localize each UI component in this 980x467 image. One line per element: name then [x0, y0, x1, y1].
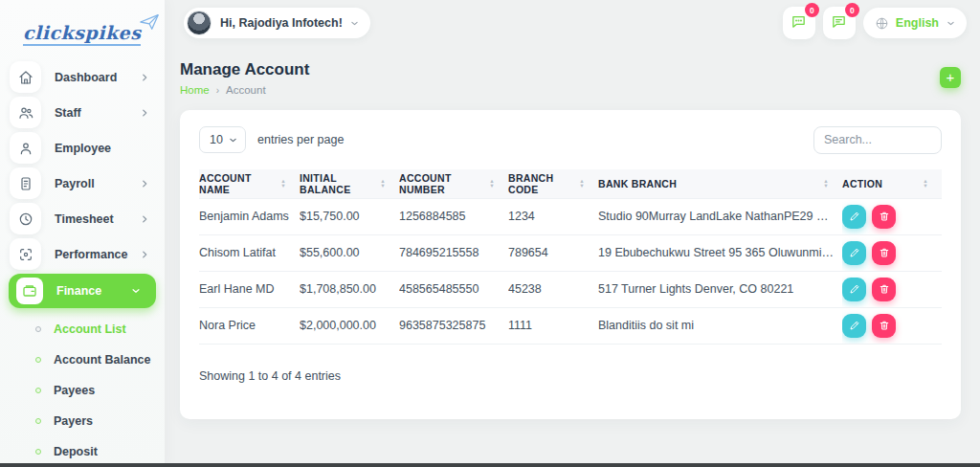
sidebar-item-staff[interactable]: Staff — [0, 95, 165, 130]
sidebar-item-timesheet[interactable]: Timesheet — [0, 201, 165, 236]
document-icon — [10, 167, 41, 199]
sidebar-item-label: Employee — [55, 142, 111, 155]
cell-account-number: 1256884585 — [399, 198, 508, 234]
cell-account-number: 784695215558 — [399, 234, 508, 271]
wallet-icon — [16, 278, 43, 304]
column-header-account-number[interactable]: ACCOUNT NUMBER — [399, 169, 508, 198]
breadcrumb-home-link[interactable]: Home — [180, 84, 210, 96]
chevron-down-icon — [350, 19, 359, 28]
finance-submenu: Account List Account Balance Payees Paye… — [0, 314, 165, 467]
cell-bank-branch: Blanditiis do sit mi — [598, 307, 842, 344]
sidebar-subitem-payers[interactable]: Payers — [0, 406, 165, 436]
cell-bank-branch: 19 Ebubechukwu Street 95 365 OluwunmiVil… — [598, 234, 842, 271]
column-header-action[interactable]: ACTION — [842, 169, 942, 198]
sidebar-item-payroll[interactable]: Payroll — [0, 166, 165, 201]
chevron-right-icon — [140, 250, 149, 259]
breadcrumb: Home › Account — [180, 84, 266, 96]
cell-branch-code: 1111 — [508, 307, 598, 344]
chat-lines-icon — [831, 13, 847, 33]
table-footer-status: Showing 1 to 4 of 4 entries — [180, 345, 961, 408]
cell-initial-balance: $55,600.00 — [300, 234, 399, 271]
bullet-icon — [35, 326, 41, 332]
sidebar-subitem-label: Account List — [54, 322, 126, 336]
brand-logo[interactable]: clickspikes — [23, 11, 162, 46]
column-header-branch-code[interactable]: BRANCH CODE — [508, 169, 598, 198]
table-row: Benjamin Adams $15,750.00 1256884585 123… — [199, 198, 942, 234]
sidebar-subitem-account-balance[interactable]: Account Balance — [0, 345, 165, 375]
cell-initial-balance: $2,000,000.00 — [300, 307, 399, 344]
sidebar-item-finance[interactable]: Finance — [9, 274, 156, 308]
cell-branch-code: 45238 — [508, 271, 598, 307]
messages-button[interactable]: 0 — [783, 7, 815, 39]
add-account-button[interactable]: + — [940, 67, 961, 88]
delete-button[interactable] — [872, 314, 896, 338]
sort-icon — [923, 179, 928, 188]
column-header-bank-branch[interactable]: BANK BRANCH — [598, 169, 842, 198]
entries-select-value: 10 — [210, 133, 223, 146]
chevron-right-icon — [140, 179, 149, 189]
language-selector[interactable]: English — [863, 8, 967, 38]
sidebar-item-label: Timesheet — [55, 212, 114, 226]
edit-button[interactable] — [842, 278, 866, 301]
sidebar-item-performance[interactable]: Performance — [0, 236, 165, 272]
user-menu[interactable]: Hi, Rajodiya Infotech! — [184, 8, 370, 38]
user-greeting: Hi, Rajodiya Infotech! — [220, 16, 343, 30]
sort-icon — [489, 179, 495, 188]
cell-bank-branch: 517 Turner Lights Denver, CO 80221 — [598, 271, 842, 307]
cell-account-name: Chisom Latifat — [199, 234, 300, 271]
entries-per-page-select[interactable]: 10 — [199, 126, 246, 153]
notifications-button[interactable]: 0 — [823, 7, 856, 39]
breadcrumb-current: Account — [226, 84, 266, 96]
edit-button[interactable] — [842, 314, 866, 338]
window-bottom-edge — [0, 463, 980, 467]
messages-badge: 0 — [805, 3, 819, 17]
sidebar-item-dashboard[interactable]: Dashboard — [0, 59, 165, 95]
users-icon — [10, 97, 41, 128]
sort-icon — [280, 179, 286, 188]
delete-button[interactable] — [872, 205, 896, 229]
sidebar: clickspikes Dashboard Staff Employee Pay… — [0, 0, 165, 467]
delete-button[interactable] — [872, 241, 896, 265]
cell-account-number: 458565485550 — [399, 271, 508, 307]
cell-account-name: Benjamin Adams — [199, 198, 300, 234]
sidebar-subitem-payees[interactable]: Payees — [0, 375, 165, 406]
edit-button[interactable] — [842, 241, 866, 265]
column-header-initial-balance[interactable]: INITIAL BALANCE — [300, 169, 399, 198]
search-input[interactable] — [813, 126, 942, 154]
sidebar-item-label: Dashboard — [55, 71, 117, 84]
column-header-account-name[interactable]: ACCOUNT NAME — [199, 169, 300, 198]
sidebar-subitem-label: Deposit — [54, 445, 98, 458]
entries-per-page-label: entries per page — [257, 133, 344, 146]
chevron-right-icon — [140, 73, 149, 82]
chevron-down-icon — [131, 286, 141, 296]
accounts-table: ACCOUNT NAME INITIAL BALANCE ACCOUNT NUM… — [199, 169, 942, 345]
sort-icon — [823, 179, 829, 188]
header-actions: 0 0 English — [783, 7, 967, 39]
sort-icon — [579, 179, 585, 188]
paper-plane-icon — [137, 11, 162, 36]
globe-icon — [875, 16, 889, 31]
edit-button[interactable] — [842, 205, 866, 229]
cell-initial-balance: $1,708,850.00 — [300, 271, 399, 307]
bullet-icon — [35, 357, 41, 363]
language-label: English — [896, 16, 939, 30]
brand-name: clickspikes — [23, 22, 141, 46]
sidebar-subitem-label: Payees — [54, 384, 95, 397]
target-icon — [10, 238, 41, 270]
page-title: Manage Account — [180, 60, 309, 79]
bullet-icon — [35, 418, 41, 424]
notifications-badge: 0 — [845, 3, 859, 17]
cell-initial-balance: $15,750.00 — [300, 198, 399, 234]
chevron-down-icon — [229, 136, 237, 145]
bullet-icon — [35, 449, 41, 455]
table-body: Benjamin Adams $15,750.00 1256884585 123… — [199, 198, 942, 344]
avatar — [187, 11, 212, 35]
sidebar-item-employee[interactable]: Employee — [0, 130, 165, 166]
chevron-right-icon — [140, 108, 149, 118]
sidebar-subitem-label: Account Balance — [54, 353, 150, 367]
delete-button[interactable] — [872, 278, 896, 301]
app-screen: clickspikes Dashboard Staff Employee Pay… — [0, 0, 980, 467]
cell-branch-code: 789654 — [508, 234, 598, 271]
sidebar-subitem-account-list[interactable]: Account List — [0, 314, 165, 345]
accounts-card: 10 entries per page ACCOUNT NAME INITIAL… — [180, 110, 961, 419]
